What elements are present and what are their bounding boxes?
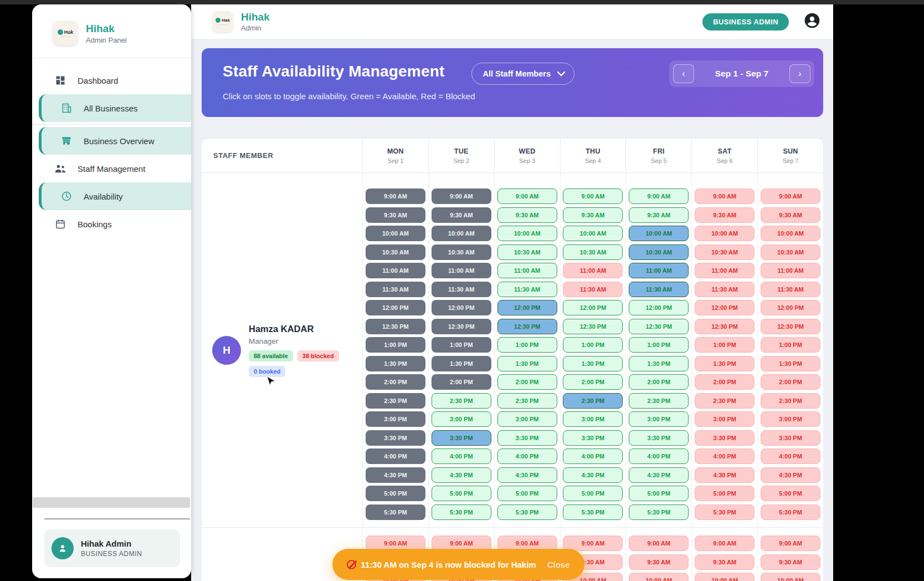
slot-sat-10-00-am[interactable]: 10:00 AM [695, 573, 754, 581]
slot-fri-3-30-pm[interactable]: 3:30 PM [629, 430, 689, 446]
slot-tue-1-30-pm[interactable]: 1:30 PM [432, 356, 491, 371]
sidebar-item-bookings[interactable]: Bookings [32, 212, 191, 236]
slot-tue-2-30-pm[interactable]: 2:30 PM [432, 393, 491, 409]
slot-sun-5-00-pm[interactable]: 5:00 PM [761, 486, 820, 501]
slot-tue-3-30-pm[interactable]: 3:30 PM [432, 430, 491, 446]
slot-thu-3-30-pm[interactable]: 3:30 PM [563, 430, 623, 446]
slot-tue-4-30-pm[interactable]: 4:30 PM [432, 467, 491, 483]
slot-sat-11-30-am[interactable]: 11:30 AM [695, 282, 754, 297]
slot-wed-5-30-pm[interactable]: 5:30 PM [497, 504, 557, 520]
slot-wed-11-30-am[interactable]: 11:30 AM [497, 282, 557, 297]
slot-sun-3-30-pm[interactable]: 3:30 PM [761, 430, 820, 446]
slot-thu-3-00-pm[interactable]: 3:00 PM [563, 411, 623, 427]
slot-tue-2-00-pm[interactable]: 2:00 PM [432, 374, 491, 390]
slot-thu-4-00-pm[interactable]: 4:00 PM [563, 449, 623, 464]
slot-sun-4-30-pm[interactable]: 4:30 PM [761, 467, 820, 483]
slot-tue-12-00-pm[interactable]: 12:00 PM [432, 300, 491, 315]
toast-close-button[interactable]: Close [547, 560, 570, 569]
slot-fri-11-00-am[interactable]: 11:00 AM [629, 263, 689, 278]
slot-mon-4-30-pm[interactable]: 4:30 PM [366, 467, 425, 483]
slot-fri-12-00-pm[interactable]: 12:00 PM [629, 300, 689, 315]
slot-sat-9-00-am[interactable]: 9:00 AM [695, 536, 754, 551]
slot-fri-9-00-am[interactable]: 9:00 AM [629, 188, 689, 204]
slot-mon-3-00-pm[interactable]: 3:00 PM [366, 411, 425, 427]
slot-fri-3-00-pm[interactable]: 3:00 PM [629, 411, 689, 427]
slot-tue-5-30-pm[interactable]: 5:30 PM [432, 504, 491, 520]
slot-sat-3-30-pm[interactable]: 3:30 PM [695, 430, 754, 446]
slot-tue-10-30-am[interactable]: 10:30 AM [432, 244, 491, 260]
slot-thu-2-00-pm[interactable]: 2:00 PM [563, 374, 623, 390]
slot-fri-10-00-am[interactable]: 10:00 AM [629, 226, 689, 241]
slot-wed-2-00-pm[interactable]: 2:00 PM [497, 374, 557, 390]
slot-sun-1-00-pm[interactable]: 1:00 PM [761, 337, 820, 353]
slot-mon-1-00-pm[interactable]: 1:00 PM [366, 337, 425, 353]
slot-thu-12-00-pm[interactable]: 12:00 PM [563, 300, 623, 315]
slot-mon-4-00-pm[interactable]: 4:00 PM [366, 449, 425, 464]
sidebar-item-business-overview[interactable]: Business Overview [39, 127, 191, 155]
prev-week-button[interactable]: ‹ [673, 64, 694, 83]
slot-sat-5-00-pm[interactable]: 5:00 PM [695, 486, 754, 501]
slot-sat-2-30-pm[interactable]: 2:30 PM [695, 393, 754, 409]
slot-fri-1-00-pm[interactable]: 1:00 PM [629, 337, 689, 353]
slot-thu-11-30-am[interactable]: 11:30 AM [563, 282, 623, 297]
slot-thu-1-30-pm[interactable]: 1:30 PM [563, 356, 623, 371]
slot-fri-9-00-am[interactable]: 9:00 AM [629, 536, 689, 551]
slot-wed-3-00-pm[interactable]: 3:00 PM [497, 411, 557, 427]
slot-thu-5-30-pm[interactable]: 5:30 PM [563, 504, 623, 520]
slot-fri-4-30-pm[interactable]: 4:30 PM [629, 467, 689, 483]
slot-fri-11-30-am[interactable]: 11:30 AM [629, 282, 689, 297]
slot-wed-12-00-pm[interactable]: 12:00 PM [497, 300, 557, 315]
slot-wed-11-00-am[interactable]: 11:00 AM [497, 263, 557, 278]
slot-mon-9-30-am[interactable]: 9:30 AM [366, 207, 425, 223]
slot-fri-12-30-pm[interactable]: 12:30 PM [629, 319, 689, 334]
slot-wed-10-30-am[interactable]: 10:30 AM [497, 244, 557, 260]
slot-wed-9-00-am[interactable]: 9:00 AM [497, 188, 557, 204]
slot-wed-2-30-pm[interactable]: 2:30 PM [497, 393, 557, 409]
slot-thu-10-30-am[interactable]: 10:30 AM [563, 244, 623, 260]
slot-fri-2-30-pm[interactable]: 2:30 PM [629, 393, 689, 409]
slot-tue-10-00-am[interactable]: 10:00 AM [432, 226, 491, 241]
slot-tue-12-30-pm[interactable]: 12:30 PM [432, 319, 491, 334]
slot-mon-10-00-am[interactable]: 10:00 AM [366, 226, 425, 241]
slot-sat-12-00-pm[interactable]: 12:00 PM [695, 300, 754, 315]
slot-tue-5-00-pm[interactable]: 5:00 PM [432, 486, 491, 501]
slot-sun-9-00-am[interactable]: 9:00 AM [761, 188, 820, 204]
slot-sat-9-30-am[interactable]: 9:30 AM [695, 207, 754, 223]
slot-sun-10-00-am[interactable]: 10:00 AM [761, 226, 820, 241]
slot-fri-4-00-pm[interactable]: 4:00 PM [629, 449, 689, 464]
slot-sat-2-00-pm[interactable]: 2:00 PM [695, 374, 754, 390]
slot-sun-5-30-pm[interactable]: 5:30 PM [761, 504, 820, 520]
slot-sat-4-30-pm[interactable]: 4:30 PM [695, 467, 754, 483]
slot-mon-12-00-pm[interactable]: 12:00 PM [366, 300, 425, 315]
slot-thu-12-30-pm[interactable]: 12:30 PM [563, 319, 623, 334]
slot-mon-11-00-am[interactable]: 11:00 AM [366, 263, 425, 278]
slot-sun-9-00-am[interactable]: 9:00 AM [761, 536, 820, 551]
slot-sun-12-30-pm[interactable]: 12:30 PM [761, 319, 820, 334]
slot-wed-5-00-pm[interactable]: 5:00 PM [497, 486, 557, 501]
slot-wed-3-30-pm[interactable]: 3:30 PM [497, 430, 557, 446]
slot-sat-4-00-pm[interactable]: 4:00 PM [695, 449, 754, 464]
slot-sat-11-00-am[interactable]: 11:00 AM [695, 263, 754, 278]
slot-sat-5-30-pm[interactable]: 5:30 PM [695, 504, 754, 520]
slot-sun-10-30-am[interactable]: 10:30 AM [761, 244, 820, 260]
slot-thu-2-30-pm[interactable]: 2:30 PM [563, 393, 623, 409]
slot-wed-4-30-pm[interactable]: 4:30 PM [497, 467, 557, 483]
slot-sun-3-00-pm[interactable]: 3:00 PM [761, 411, 820, 427]
sidebar-item-all-businesses[interactable]: All Businesses [39, 94, 191, 122]
slot-thu-9-30-am[interactable]: 9:30 AM [563, 207, 623, 223]
slot-sun-11-30-am[interactable]: 11:30 AM [761, 282, 820, 297]
slot-tue-9-30-am[interactable]: 9:30 AM [432, 207, 491, 223]
slot-fri-2-00-pm[interactable]: 2:00 PM [629, 374, 689, 390]
slot-fri-9-30-am[interactable]: 9:30 AM [629, 207, 689, 223]
slot-sun-2-30-pm[interactable]: 2:30 PM [761, 393, 820, 409]
account-icon[interactable] [803, 12, 821, 32]
slot-sun-2-00-pm[interactable]: 2:00 PM [761, 374, 820, 390]
slot-mon-12-30-pm[interactable]: 12:30 PM [366, 319, 425, 334]
slot-mon-5-30-pm[interactable]: 5:30 PM [366, 504, 425, 520]
slot-mon-5-00-pm[interactable]: 5:00 PM [366, 486, 425, 501]
slot-tue-11-00-am[interactable]: 11:00 AM [432, 263, 491, 278]
slot-sat-3-00-pm[interactable]: 3:00 PM [695, 411, 754, 427]
slot-wed-9-30-am[interactable]: 9:30 AM [497, 207, 557, 223]
slot-wed-12-30-pm[interactable]: 12:30 PM [497, 319, 557, 334]
staff-filter-dropdown[interactable]: All Staff Members [471, 63, 574, 85]
